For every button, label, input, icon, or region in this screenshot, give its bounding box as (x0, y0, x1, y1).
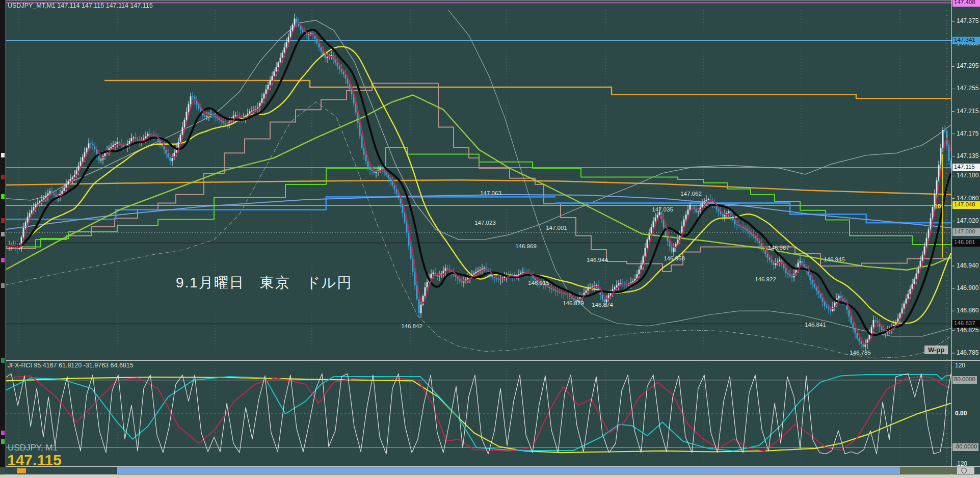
scrollbar-knob-icon[interactable] (961, 468, 967, 473)
indicator-mark (1, 218, 5, 223)
indicator-mark (1, 358, 5, 363)
indicator-mark (1, 283, 5, 288)
indicator-mark (1, 258, 5, 262)
current-price-overlay: 147.115 (7, 452, 62, 469)
chart-title: USDJPY_MT,M1 147.114 147.115 147.114 147… (8, 2, 153, 9)
indicator-mark (1, 431, 5, 435)
status-bar (0, 474, 980, 478)
scrollbar-origin-marker[interactable] (17, 468, 26, 473)
indicator-mark (1, 175, 5, 179)
spread-label: 10 (934, 203, 941, 210)
indicator-mark (1, 232, 5, 236)
chart-canvas[interactable] (0, 0, 980, 478)
indicator-mark (1, 194, 5, 199)
mt4-chart-window: 147.375147.335147.295147.255147.215147.1… (0, 0, 980, 478)
indicator-mark (1, 153, 5, 157)
time-scrollbar[interactable] (0, 467, 980, 474)
weekly-pivot-badge: W-pp (924, 346, 948, 354)
session-annotation: 9.1月曜日 東京 ドル円 (176, 273, 352, 293)
oscillator-title: JFX-RCI 95.4167 61.8120 -31.9763 64.6815 (8, 362, 134, 369)
left-indicator-strip (0, 0, 6, 478)
indicator-mark (1, 439, 5, 444)
scrollbar-section[interactable] (900, 467, 957, 474)
scrollbar-section[interactable] (117, 467, 900, 474)
